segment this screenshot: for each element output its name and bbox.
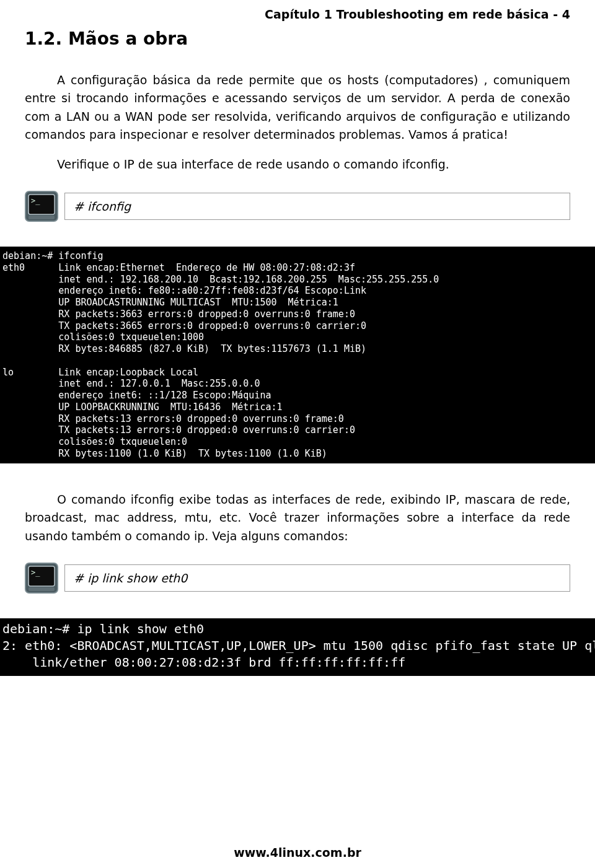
svg-rect-7 xyxy=(29,587,55,591)
page-footer: www.4linux.com.br xyxy=(0,846,595,859)
terminal-icon: >_ xyxy=(25,191,58,222)
command-block-1: >_ # ifconfig xyxy=(25,191,570,222)
terminal-icon: >_ xyxy=(25,563,58,594)
terminal-output-1: debian:~# ifconfig eth0 Link encap:Ether… xyxy=(0,247,595,463)
paragraph-3: O comando ifconfig exibe todas as interf… xyxy=(25,491,570,545)
svg-text:>_: >_ xyxy=(31,196,40,205)
command-text-1: # ifconfig xyxy=(64,193,570,220)
svg-text:>_: >_ xyxy=(31,568,40,577)
command-text-2: # ip link show eth0 xyxy=(64,564,570,592)
page-header: Capítulo 1 Troubleshooting em rede básic… xyxy=(25,7,570,21)
section-title: 1.2. Mãos a obra xyxy=(25,28,570,49)
command-block-2: >_ # ip link show eth0 xyxy=(25,563,570,594)
paragraph-1: A configuração básica da rede permite qu… xyxy=(25,71,570,144)
svg-rect-3 xyxy=(29,216,55,219)
document-page: Capítulo 1 Troubleshooting em rede básic… xyxy=(0,0,595,868)
terminal-output-2: debian:~# ip link show eth0 2: eth0: <BR… xyxy=(0,618,595,676)
paragraph-2: Verifique o IP de sua interface de rede … xyxy=(25,156,570,173)
